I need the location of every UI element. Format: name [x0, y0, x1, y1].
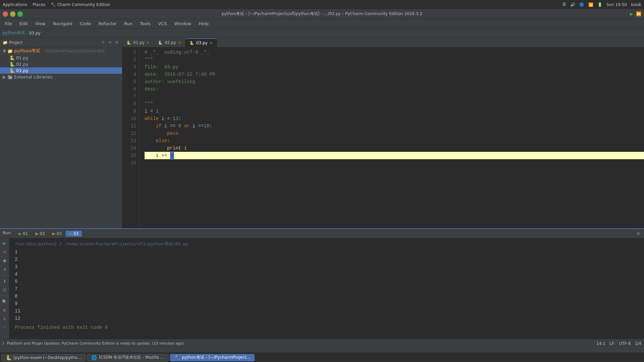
tree-label-01py: 01.py — [16, 55, 29, 60]
collapse-button[interactable]: ≡ — [107, 40, 113, 45]
menu-view[interactable]: View — [32, 20, 49, 27]
user-display: kiosk — [631, 2, 641, 7]
tree-item-03py[interactable]: 🐍 03.py — [0, 67, 122, 74]
line-num-13: 13 — [122, 137, 139, 144]
settings-button[interactable]: ⚙ — [635, 231, 641, 237]
sidebar: 📁 Project ⟳ ≡ ⚙ ▼ 📁 python考试 ~/PycharmPr… — [0, 38, 122, 228]
tab-close-02py[interactable]: ✕ — [178, 41, 181, 45]
menu-edit[interactable]: Edit — [16, 20, 31, 27]
separator — [1, 275, 8, 276]
line-num-3: 3 — [122, 63, 139, 71]
breadcrumb-file[interactable]: 03.py — [29, 31, 41, 36]
close-run-button[interactable]: ✕ — [1, 315, 8, 323]
tab-01py[interactable]: 🐍 01.py ✕ — [122, 38, 154, 47]
tab-close-03py[interactable]: ✕ — [210, 41, 213, 45]
tab-icon-03: 🐍 — [190, 41, 194, 45]
run-finished-msg: Process finished with exit code 0 — [15, 325, 639, 330]
scroll-down-button[interactable]: ⬇ — [1, 278, 8, 285]
menu-vcs[interactable]: VCS — [155, 20, 170, 27]
tab-bar: 🐍 01.py ✕ 🐍 02.py ✕ 🐍 03.py ✕ — [122, 38, 644, 47]
line-num-2: 2 — [122, 56, 139, 63]
menu-help[interactable]: Help — [195, 20, 212, 27]
menu-code[interactable]: Code — [76, 20, 94, 27]
menu-tools[interactable]: Tools — [137, 20, 154, 27]
menu-file[interactable]: File — [1, 20, 15, 27]
taskbar-browser[interactable]: 🌐 [CSDN-专业IT技术社区 - Mozilla ... — [87, 354, 169, 361]
tree-item-01py[interactable]: 🐍 01.py — [0, 55, 122, 61]
output-line-12: 12 — [15, 315, 639, 322]
volume-icon[interactable]: 🔊 — [570, 2, 575, 7]
play-button[interactable]: ▶ — [1, 240, 8, 247]
line-numbers: 1 2 3 4 5 6 7 8 9 10 11 12 13 14 15 16 — [122, 47, 139, 228]
maximize-button[interactable] — [17, 11, 23, 17]
pyfile-icon-02: 🐍 — [9, 62, 15, 67]
rerun-button[interactable]: ↺ — [1, 248, 8, 256]
run-button-top[interactable]: ▶ — [630, 11, 633, 16]
update-message: Platform and Plugin Updates: PyCharm Com… — [7, 341, 184, 346]
tab-close-01py[interactable]: ✕ — [147, 41, 150, 45]
line-num-5: 5 — [122, 78, 139, 85]
pause-pause[interactable]: ⏸ — [1, 266, 8, 273]
menu-navigate[interactable]: Navigate — [50, 20, 76, 27]
tree-label-03py: 03.py — [16, 68, 29, 73]
taskbar-terminal[interactable]: 🐍 [python-exam (~Desktop/pytho... — [1, 354, 86, 361]
menu-run[interactable]: Run — [121, 20, 136, 27]
main-layout: 📁 Project ⟳ ≡ ⚙ ▼ 📁 python考试 ~/PycharmPr… — [0, 38, 644, 228]
code-area[interactable]: # _*_ coding:utf-8 _*_ """ file: 03.py d… — [139, 47, 644, 228]
tab-icon-02: 🐍 — [158, 41, 163, 45]
update-icon: ℹ — [3, 341, 4, 346]
tab-03py[interactable]: 🐍 03.py ✕ — [185, 38, 217, 47]
compare-button[interactable]: ⚖ — [1, 286, 8, 294]
tab-02py[interactable]: 🐍 02.py ✕ — [154, 38, 185, 47]
close-button[interactable] — [3, 11, 8, 17]
breadcrumb-project[interactable]: python考试 — [3, 30, 25, 36]
run-command: /usr/bin/python2.7 /home/kiosk/PycharmPr… — [15, 241, 639, 247]
places-menu[interactable]: Places — [33, 2, 45, 7]
output-line-3: 3 — [15, 263, 639, 270]
pycharm-icon: 🔨 — [174, 355, 180, 360]
tree-item-extlibs[interactable]: ▶ 📚 External Libraries — [0, 74, 122, 80]
code-line-11: if i == 6 or i ==10: — [145, 122, 644, 130]
line-num-11: 11 — [122, 122, 139, 130]
settings-icon[interactable]: ⚙ — [114, 40, 119, 45]
line-num-8: 8 — [122, 100, 139, 108]
tree-item-02py[interactable]: 🐍 02.py — [0, 61, 122, 67]
output-line-9: 9 — [15, 300, 639, 307]
page-indicator: 1/4 — [635, 341, 641, 346]
line-num-12: 12 — [122, 130, 139, 137]
breadcrumb-sep-1: › — [26, 31, 28, 36]
output-line-11: 11 — [15, 307, 639, 315]
settings2-button[interactable]: ⚙ — [1, 307, 8, 314]
menu-window[interactable]: Window — [171, 20, 195, 27]
taskbar-pycharm[interactable]: 🔨 python考试 – [~/PycharmProject... — [170, 354, 255, 361]
bluetooth-icon[interactable]: 🔵 — [579, 2, 584, 7]
code-editor[interactable]: 1 2 3 4 5 6 7 8 9 10 11 12 13 14 15 16 #… — [122, 47, 644, 228]
run-tab-01[interactable]: ▶ 01 — [15, 231, 31, 237]
wifi-icon[interactable]: 📶 — [588, 2, 593, 7]
pyfile-icon-01: 🐍 — [9, 55, 15, 60]
code-line-3: file: 03.py — [145, 63, 644, 71]
status-left: ℹ Platform and Plugin Updates: PyCharm C… — [3, 341, 184, 346]
run-icon-03a: ▶ — [35, 231, 38, 236]
run-tab-03a[interactable]: ▶ 03 — [32, 231, 48, 237]
tree-item-root[interactable]: ▼ 📁 python考试 ~/PycharmProjects/xfl/pytho… — [0, 47, 122, 55]
stop-button[interactable]: ⏹ — [1, 257, 8, 264]
run-output[interactable]: /usr/bin/python2.7 /home/kiosk/PycharmPr… — [9, 238, 644, 339]
debug-button-top[interactable]: ⏩ — [636, 11, 641, 16]
code-line-16 — [145, 159, 644, 167]
help-button[interactable]: ? — [1, 324, 8, 331]
run-tab-03b[interactable]: ▶ 03 — [49, 231, 65, 237]
applications-menu[interactable]: Applications — [3, 2, 27, 7]
menu-refactor[interactable]: Refactor — [95, 20, 120, 27]
battery-icon[interactable]: 🔋 — [597, 2, 602, 7]
minimize-button[interactable] — [10, 11, 15, 17]
code-line-5: author: xuefeilong — [145, 78, 644, 85]
line-num-10: 10 — [122, 115, 139, 122]
code-line-4: date: 2018-07-22 7:46 PM — [145, 71, 644, 78]
filter-button[interactable]: 🔍 — [1, 298, 8, 305]
code-line-1: # _*_ coding:utf-8 _*_ — [145, 49, 644, 56]
code-line-2: """ — [145, 56, 644, 63]
run-tab-03c[interactable]: ▶ 03 — [66, 231, 82, 237]
sync-button[interactable]: ⟳ — [101, 40, 106, 45]
editor-area: 🐍 01.py ✕ 🐍 02.py ✕ 🐍 03.py ✕ 1 2 3 4 — [122, 38, 644, 228]
